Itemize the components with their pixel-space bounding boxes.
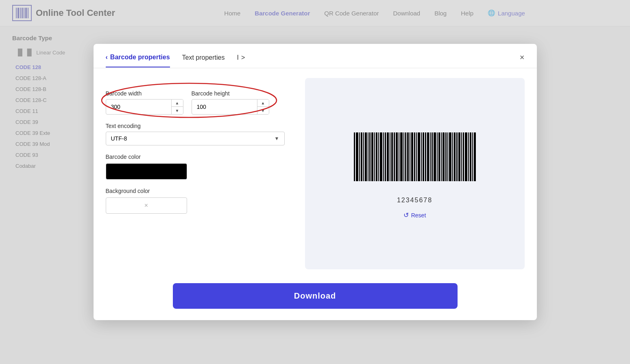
svg-rect-29 bbox=[416, 132, 417, 181]
svg-rect-3 bbox=[359, 132, 360, 181]
svg-rect-12 bbox=[378, 132, 379, 181]
background-color-swatch[interactable]: × bbox=[106, 197, 187, 214]
tab-text-properties[interactable]: Text properties bbox=[182, 54, 225, 67]
barcode-height-label: Barcode height bbox=[192, 90, 269, 97]
svg-rect-8 bbox=[369, 132, 371, 181]
barcode-height-up[interactable]: ▲ bbox=[257, 100, 269, 107]
select-arrow-icon: ▼ bbox=[275, 136, 279, 141]
barcode-preview: 12345678 bbox=[350, 128, 480, 204]
barcode-width-up[interactable]: ▲ bbox=[172, 100, 183, 107]
barcode-width-down[interactable]: ▼ bbox=[172, 107, 183, 114]
barcode-height-down[interactable]: ▼ bbox=[257, 107, 269, 114]
barcode-color-swatch[interactable] bbox=[106, 163, 187, 180]
svg-rect-9 bbox=[371, 132, 373, 181]
download-button[interactable]: Download bbox=[173, 283, 458, 309]
svg-rect-53 bbox=[470, 132, 471, 181]
svg-rect-24 bbox=[405, 132, 406, 181]
svg-rect-23 bbox=[403, 132, 404, 181]
svg-rect-17 bbox=[390, 132, 390, 181]
tab-barcode-properties-label: Barcode properties bbox=[110, 54, 170, 61]
svg-rect-22 bbox=[400, 132, 403, 181]
download-section: Download bbox=[94, 279, 537, 320]
background-color-label: Background color bbox=[106, 188, 293, 194]
modal-close-button[interactable]: × bbox=[520, 53, 525, 68]
svg-rect-37 bbox=[434, 132, 436, 181]
barcode-height-input[interactable] bbox=[192, 100, 257, 113]
barcode-width-group: Barcode width ▲ ▼ bbox=[106, 90, 183, 115]
bg-color-clear-icon: × bbox=[144, 202, 148, 209]
tab-more[interactable]: I > bbox=[237, 54, 245, 67]
svg-rect-13 bbox=[380, 132, 382, 181]
svg-rect-19 bbox=[394, 132, 395, 181]
text-encoding-section: Text encoding UTF-8 ▼ bbox=[106, 123, 293, 145]
svg-rect-10 bbox=[374, 132, 375, 181]
svg-rect-7 bbox=[368, 132, 368, 181]
tab-text-properties-label: Text properties bbox=[182, 54, 225, 61]
svg-rect-40 bbox=[441, 132, 442, 181]
svg-rect-20 bbox=[396, 132, 398, 181]
svg-rect-34 bbox=[427, 132, 429, 181]
reset-label: Reset bbox=[411, 212, 426, 219]
svg-rect-27 bbox=[411, 132, 413, 181]
svg-rect-41 bbox=[443, 132, 445, 181]
dimensions-row: Barcode width ▲ ▼ Barcode height bbox=[106, 90, 293, 115]
modal-body: Barcode width ▲ ▼ Barcode height bbox=[94, 68, 537, 279]
svg-rect-15 bbox=[385, 132, 386, 181]
barcode-height-input-wrap[interactable]: ▲ ▼ bbox=[192, 99, 269, 115]
barcode-width-input-wrap[interactable]: ▲ ▼ bbox=[106, 99, 183, 115]
reset-button[interactable]: ↺ Reset bbox=[403, 211, 426, 219]
svg-rect-31 bbox=[421, 132, 422, 181]
svg-rect-47 bbox=[456, 132, 458, 181]
modal-right-panel: 12345678 ↺ Reset bbox=[305, 78, 525, 269]
tab-cursor-icon: I bbox=[237, 54, 238, 61]
modal-header: ‹ Barcode properties Text properties I >… bbox=[94, 44, 537, 68]
svg-rect-52 bbox=[468, 132, 469, 181]
tab-back-arrow: ‹ bbox=[106, 54, 108, 61]
tab-more-arrow: > bbox=[241, 54, 245, 61]
barcode-width-label: Barcode width bbox=[106, 90, 183, 97]
svg-rect-25 bbox=[407, 132, 409, 181]
svg-rect-45 bbox=[452, 132, 453, 181]
svg-rect-2 bbox=[356, 132, 358, 181]
text-encoding-select[interactable]: UTF-8 ▼ bbox=[106, 132, 285, 145]
svg-rect-1 bbox=[354, 132, 355, 181]
barcode-image bbox=[350, 128, 480, 193]
svg-rect-32 bbox=[423, 132, 424, 181]
tab-barcode-properties[interactable]: ‹ Barcode properties bbox=[106, 54, 170, 67]
svg-rect-49 bbox=[461, 132, 462, 181]
svg-rect-16 bbox=[387, 132, 389, 181]
text-encoding-label: Text encoding bbox=[106, 123, 293, 129]
svg-rect-14 bbox=[383, 132, 384, 181]
barcode-height-group: Barcode height ▲ ▼ bbox=[192, 90, 269, 115]
barcode-color-section: Barcode color bbox=[106, 154, 293, 180]
svg-rect-4 bbox=[361, 132, 362, 181]
svg-rect-38 bbox=[437, 132, 438, 181]
modal: ‹ Barcode properties Text properties I >… bbox=[94, 44, 537, 320]
svg-rect-51 bbox=[465, 132, 467, 181]
svg-rect-42 bbox=[445, 132, 447, 181]
svg-rect-5 bbox=[363, 132, 364, 181]
svg-rect-18 bbox=[391, 132, 393, 181]
svg-rect-39 bbox=[438, 132, 440, 181]
svg-rect-35 bbox=[430, 132, 431, 181]
svg-rect-26 bbox=[410, 132, 410, 181]
barcode-height-spinners: ▲ ▼ bbox=[257, 100, 269, 114]
svg-rect-44 bbox=[449, 132, 451, 181]
svg-rect-6 bbox=[365, 132, 367, 181]
svg-rect-36 bbox=[432, 132, 433, 181]
barcode-color-label: Barcode color bbox=[106, 154, 293, 160]
barcode-width-spinners: ▲ ▼ bbox=[171, 100, 183, 114]
modal-overlay: ‹ Barcode properties Text properties I >… bbox=[0, 0, 630, 364]
barcode-number: 12345678 bbox=[397, 197, 432, 204]
svg-rect-50 bbox=[463, 132, 464, 181]
background-color-section: Background color × bbox=[106, 188, 293, 214]
text-encoding-value: UTF-8 bbox=[111, 135, 127, 142]
svg-rect-21 bbox=[399, 132, 399, 181]
reset-icon: ↺ bbox=[403, 211, 409, 219]
svg-rect-54 bbox=[472, 132, 473, 181]
barcode-width-input[interactable] bbox=[106, 100, 171, 113]
svg-rect-46 bbox=[454, 132, 456, 181]
svg-rect-55 bbox=[474, 132, 476, 181]
svg-rect-28 bbox=[414, 132, 415, 181]
svg-rect-48 bbox=[458, 132, 460, 181]
